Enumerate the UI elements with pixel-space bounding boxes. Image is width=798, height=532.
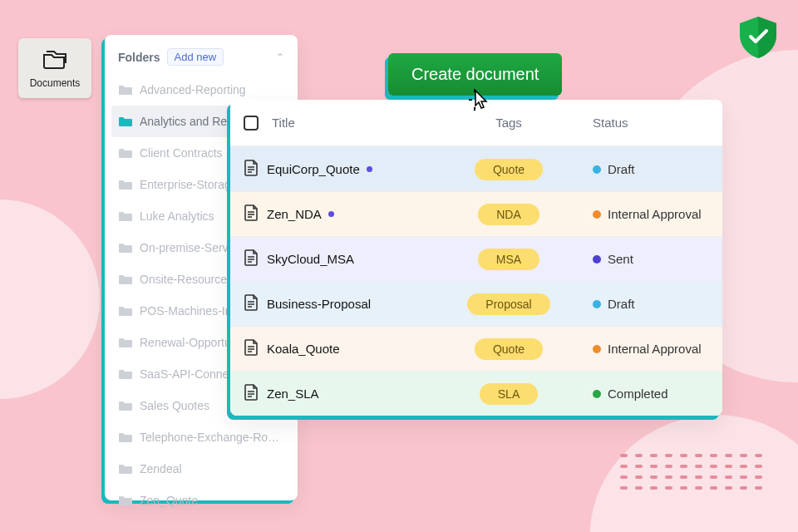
- document-icon: [244, 294, 259, 313]
- folder-label: Telephone-Exchange-Rout...: [140, 431, 284, 444]
- documents-label: Documents: [30, 77, 81, 89]
- table-row[interactable]: Koala_Quote Quote Internal Approval: [230, 326, 722, 371]
- table-row[interactable]: Zen_SLA SLA Completed: [230, 371, 722, 416]
- document-icon: [244, 384, 259, 403]
- cursor-icon: [469, 89, 492, 117]
- row-title: EquiCorp_Quote: [267, 162, 360, 176]
- tag-pill[interactable]: SLA: [480, 383, 538, 405]
- header-tags[interactable]: Tags: [443, 116, 574, 130]
- svg-rect-2: [469, 99, 472, 101]
- tag-pill[interactable]: Quote: [475, 338, 543, 360]
- chevron-up-icon[interactable]: ⌃: [276, 52, 284, 63]
- document-icon: [244, 339, 259, 358]
- tag-pill[interactable]: Proposal: [467, 293, 549, 315]
- folder-label: Zendeal: [140, 462, 182, 475]
- select-all-checkbox[interactable]: [244, 116, 259, 131]
- unread-marker: [367, 166, 372, 172]
- folder-item[interactable]: Telephone-Exchange-Rout...: [111, 421, 291, 453]
- status-text: Draft: [608, 297, 635, 311]
- svg-rect-0: [474, 89, 475, 92]
- status-dot: [593, 255, 601, 264]
- folder-item[interactable]: Zendeal: [111, 453, 291, 485]
- table-row[interactable]: SkyCloud_MSA MSA Sent: [230, 236, 722, 281]
- row-title: SkyCloud_MSA: [267, 252, 354, 266]
- document-icon: [244, 249, 259, 268]
- status-text: Sent: [608, 252, 633, 266]
- table-body: EquiCorp_Quote Quote Draft Zen_NDA NDA I…: [230, 146, 722, 416]
- table-row[interactable]: EquiCorp_Quote Quote Draft: [230, 146, 722, 191]
- documents-table: Title Tags Status EquiCorp_Quote Quote D…: [230, 100, 722, 416]
- shield-icon: [735, 13, 781, 63]
- folder-label: Zen_Quote: [140, 494, 198, 507]
- status-dot: [593, 210, 601, 219]
- unread-marker: [328, 211, 334, 217]
- svg-rect-1: [474, 107, 475, 111]
- header-title[interactable]: Title: [272, 116, 443, 130]
- add-new-button[interactable]: Add new: [167, 48, 224, 66]
- bg-shape: [0, 200, 100, 399]
- status-dot: [593, 300, 601, 308]
- row-title: Zen_SLA: [267, 387, 319, 401]
- bg-dots: [620, 454, 770, 500]
- document-icon: [244, 160, 259, 179]
- folder-label: Luke Analytics: [140, 209, 214, 223]
- sidebar-header: Folders Add new ⌃: [111, 45, 291, 74]
- status-dot: [593, 345, 601, 353]
- row-title: Zen_NDA: [267, 207, 322, 221]
- row-title: Koala_Quote: [267, 342, 340, 356]
- sidebar-title: Folders: [118, 51, 160, 64]
- tag-pill[interactable]: MSA: [478, 249, 539, 270]
- document-icon: [244, 204, 259, 224]
- folder-label: Advanced-Reporting: [140, 83, 246, 96]
- status-dot: [593, 390, 601, 398]
- tag-pill[interactable]: Quote: [475, 159, 543, 180]
- row-title: Business-Proposal: [267, 297, 371, 311]
- folder-label: Sales Quotes: [140, 399, 209, 412]
- status-text: Internal Approval: [608, 207, 702, 221]
- status-dot: [593, 165, 601, 174]
- table-row[interactable]: Zen_NDA NDA Internal Approval: [230, 191, 722, 236]
- tag-pill[interactable]: NDA: [478, 204, 539, 225]
- folder-label: Client Contracts: [140, 146, 223, 160]
- table-row[interactable]: Business-Proposal Proposal Draft: [230, 281, 722, 326]
- documents-icon: [42, 48, 68, 73]
- status-text: Draft: [608, 162, 635, 176]
- header-status[interactable]: Status: [574, 116, 709, 130]
- documents-tile[interactable]: Documents: [18, 38, 91, 98]
- status-text: Internal Approval: [608, 342, 702, 356]
- folder-item[interactable]: Zen_Quote: [111, 485, 291, 516]
- status-text: Completed: [608, 387, 668, 401]
